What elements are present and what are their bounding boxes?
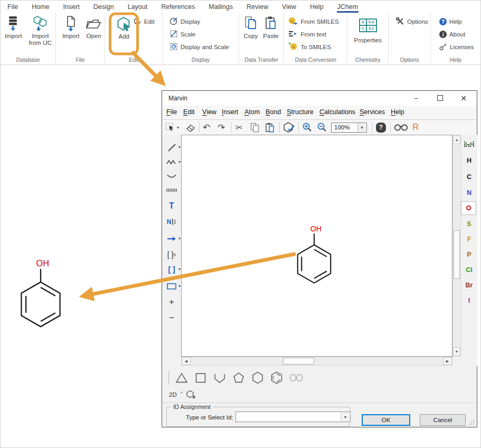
rectangle-caret-icon[interactable]: ▾ — [178, 284, 181, 288]
element-o-selected[interactable]: O — [461, 201, 476, 215]
maximize-button[interactable] — [432, 91, 448, 105]
menu-file[interactable]: File — [166, 108, 177, 116]
menu-view[interactable]: View — [202, 108, 216, 116]
cancel-button[interactable]: Cancel — [420, 414, 466, 426]
zoom-in-button[interactable] — [302, 120, 313, 135]
cut-button[interactable]: ✂ — [235, 120, 242, 135]
tab-layout[interactable]: Layout — [121, 2, 155, 12]
copy-tool-button[interactable] — [250, 120, 259, 135]
tab-jchem[interactable]: JChem — [331, 2, 365, 12]
menu-insert[interactable]: Insert — [222, 108, 238, 116]
scale-button[interactable]: Scale — [169, 30, 239, 39]
tab-home[interactable]: Home — [25, 2, 56, 12]
canvas-vertical-scrollbar[interactable]: ▲ ▼ — [452, 135, 461, 357]
chain-caret-icon[interactable]: ▾ — [178, 160, 181, 164]
template-cyclopropane[interactable] — [175, 371, 188, 385]
element-h[interactable]: H — [463, 155, 476, 166]
canvas-phenol-structure[interactable]: OH — [293, 222, 336, 287]
reaction-arrow-tool[interactable]: ▾ — [163, 231, 180, 246]
arrow-caret-icon[interactable]: ▾ — [178, 236, 181, 241]
import-file-button[interactable]: Import — [61, 15, 81, 40]
from-text-button[interactable]: From text — [288, 30, 347, 39]
menu-calculations[interactable]: Calculations — [319, 108, 355, 116]
tab-file[interactable]: File — [1, 2, 25, 12]
view-settings-button[interactable] — [394, 120, 409, 135]
scroll-up-icon[interactable]: ▲ — [453, 135, 460, 144]
open-button[interactable]: Open — [84, 15, 102, 40]
import-from-ijc-button[interactable]: Import from IJC — [25, 15, 55, 47]
menu-edit[interactable]: Edit — [183, 108, 195, 116]
tab-design[interactable]: Design — [87, 2, 121, 12]
properties-button[interactable]: a 0.4 x 3.1 Properties — [347, 16, 388, 44]
r-group-button[interactable]: R — [412, 120, 419, 135]
undo-button[interactable]: ↶ — [203, 120, 210, 135]
id-combo-arrow-icon[interactable]: ▼ — [341, 413, 350, 421]
clean-2d-icon[interactable] — [186, 390, 196, 400]
tab-insert[interactable]: Insert — [56, 2, 87, 12]
scroll-down-icon[interactable]: ▼ — [453, 347, 460, 356]
licenses-button[interactable]: Licenses — [439, 43, 480, 51]
minimize-button[interactable]: – — [408, 91, 424, 105]
about-button[interactable]: i About — [439, 30, 480, 39]
help-button[interactable]: ? Help — [439, 17, 480, 26]
template-cyclohexane[interactable] — [251, 371, 265, 385]
template-cyclobutane[interactable] — [194, 371, 208, 385]
hashed-line-tool[interactable] — [163, 183, 180, 198]
text-tool[interactable]: T — [163, 199, 180, 213]
copy-button[interactable]: Copy — [243, 15, 259, 40]
display-button[interactable]: Display — [169, 17, 239, 26]
charge-decrease-button[interactable]: − — [163, 311, 180, 325]
element-n[interactable]: N — [463, 187, 476, 199]
display-and-scale-button[interactable]: Display and Scale — [169, 43, 239, 51]
resize-grip-icon[interactable] — [469, 419, 475, 425]
menu-structure[interactable]: Structure — [287, 108, 314, 116]
element-f[interactable]: F — [463, 234, 476, 245]
element-c[interactable]: C — [463, 171, 476, 183]
rectangle-tool[interactable]: ▾ — [163, 279, 180, 294]
menu-help[interactable]: Help — [391, 108, 404, 116]
scroll-left-icon[interactable]: ◀ — [182, 357, 191, 365]
close-button[interactable]: ✕ — [456, 91, 471, 105]
menu-atom[interactable]: Atom — [244, 108, 260, 116]
tab-review[interactable]: Review — [240, 2, 275, 12]
tab-view[interactable]: View — [275, 2, 303, 12]
bond-caret-icon[interactable]: ▾ — [178, 145, 181, 150]
repeating-group-tool[interactable]: [ ]n — [163, 247, 180, 262]
bracket-caret-icon[interactable]: ▾ — [178, 267, 181, 272]
id-combobox[interactable]: ▼ — [235, 412, 351, 422]
chain-tool[interactable]: ▾ — [163, 155, 180, 170]
element-i[interactable]: I — [463, 295, 476, 306]
tab-mailings[interactable]: Mailings — [202, 2, 240, 12]
import-database-button[interactable]: Import — [4, 15, 23, 47]
horizontal-scroll-thumb[interactable] — [283, 358, 314, 365]
element-p[interactable]: P — [463, 249, 476, 260]
menu-services[interactable]: Services — [360, 108, 385, 116]
paste-button[interactable]: Paste — [262, 15, 279, 40]
template-naphthalene[interactable] — [289, 371, 305, 385]
paste-tool-button[interactable] — [265, 120, 275, 135]
document-phenol-structure[interactable]: OH — [15, 255, 66, 331]
atom-label-tool[interactable]: N — [163, 214, 180, 229]
tab-help[interactable]: Help — [303, 2, 331, 12]
vertical-scroll-thumb[interactable] — [454, 230, 460, 279]
element-s[interactable]: S — [463, 218, 476, 230]
template-benzene[interactable] — [270, 371, 284, 385]
to-smiles-button[interactable]: To SMILES — [288, 43, 347, 51]
redo-button[interactable]: ↷ — [218, 120, 225, 135]
single-bond-tool[interactable]: ▾ — [163, 140, 180, 155]
zoom-level-combobox[interactable]: 100% ▼ — [331, 120, 367, 135]
ok-button[interactable]: OK — [362, 414, 410, 426]
zoom-out-button[interactable] — [317, 120, 327, 135]
charge-increase-button[interactable]: + — [163, 295, 180, 310]
scroll-right-icon[interactable]: ▶ — [443, 357, 452, 365]
tab-references[interactable]: References — [154, 2, 202, 12]
selection-caret-icon[interactable]: ▾ — [177, 125, 179, 130]
element-br[interactable]: Br — [463, 279, 476, 291]
eraser-tool[interactable] — [185, 120, 196, 135]
arc-tool[interactable] — [163, 169, 180, 184]
marvin-help-button[interactable]: ? — [376, 120, 386, 135]
sketch-canvas[interactable]: OH — [181, 135, 452, 357]
zoom-combo-arrow-icon[interactable]: ▼ — [357, 124, 366, 132]
periodic-table-button[interactable] — [463, 139, 476, 151]
selection-tool[interactable]: ▾ — [165, 120, 179, 135]
